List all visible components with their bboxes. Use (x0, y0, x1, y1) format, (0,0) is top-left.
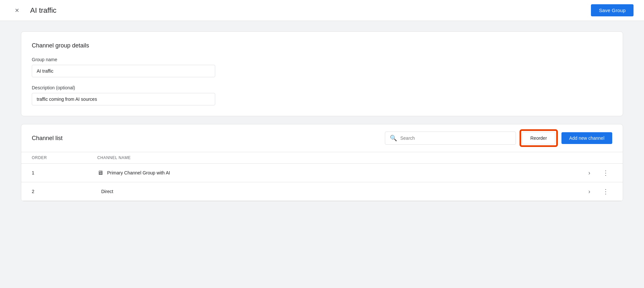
channel-name-text: Direct (101, 189, 113, 194)
close-icon: × (15, 6, 19, 15)
more-icon: ⋮ (602, 169, 609, 177)
main-content: Channel group details Group name Descrip… (0, 21, 644, 212)
order-column-header: Order (32, 155, 97, 160)
group-name-group: Group name (32, 57, 612, 77)
page-title: AI traffic (30, 6, 56, 15)
group-name-label: Group name (32, 57, 612, 62)
more-options-button[interactable]: ⋮ (599, 188, 612, 195)
save-group-button[interactable]: Save Group (591, 4, 634, 16)
table-row: 1 🖥 Primary Channel Group with AI › ⋮ (21, 164, 623, 182)
add-new-channel-button[interactable]: Add new channel (561, 132, 612, 144)
channel-list-actions: 🔍 Reorder Add new channel (385, 131, 612, 145)
channel-name-cell: 🖥 Primary Channel Group with AI (97, 170, 579, 176)
channel-name-text: Primary Channel Group with AI (107, 170, 170, 175)
reorder-button[interactable]: Reorder (522, 132, 555, 144)
channel-icon: 🖥 (97, 170, 103, 176)
expand-column-header (579, 155, 599, 160)
table-header: Order Channel name (21, 152, 623, 164)
more-column-header (599, 155, 612, 160)
channel-list-header: Channel list 🔍 Reorder Add new channel (21, 124, 623, 152)
description-label: Description (optional) (32, 85, 612, 90)
description-input[interactable] (32, 93, 215, 105)
channel-name-cell: Direct (97, 189, 579, 194)
chevron-right-icon: › (588, 188, 590, 195)
header-left: × AI traffic (10, 4, 56, 17)
description-group: Description (optional) (32, 85, 612, 105)
expand-row-button[interactable]: › (579, 188, 599, 195)
reorder-button-wrapper: Reorder (521, 131, 556, 145)
group-name-input[interactable] (32, 65, 215, 77)
order-cell: 2 (32, 189, 97, 194)
expand-row-button[interactable]: › (579, 170, 599, 176)
close-button[interactable]: × (10, 4, 24, 17)
search-icon: 🔍 (390, 135, 397, 142)
more-icon: ⋮ (602, 188, 609, 195)
chevron-right-icon: › (588, 170, 590, 176)
channel-group-details-card: Channel group details Group name Descrip… (21, 31, 623, 116)
search-box: 🔍 (385, 132, 516, 145)
channel-list-card: Channel list 🔍 Reorder Add new channel O… (21, 124, 623, 201)
order-cell: 1 (32, 170, 97, 175)
channel-list-title: Channel list (32, 135, 63, 142)
table-row: 2 Direct › ⋮ (21, 182, 623, 201)
page-header: × AI traffic Save Group (0, 0, 644, 21)
channel-name-column-header: Channel name (97, 155, 579, 160)
search-input[interactable] (400, 135, 511, 141)
more-options-button[interactable]: ⋮ (599, 169, 612, 177)
channel-group-details-title: Channel group details (32, 42, 612, 49)
